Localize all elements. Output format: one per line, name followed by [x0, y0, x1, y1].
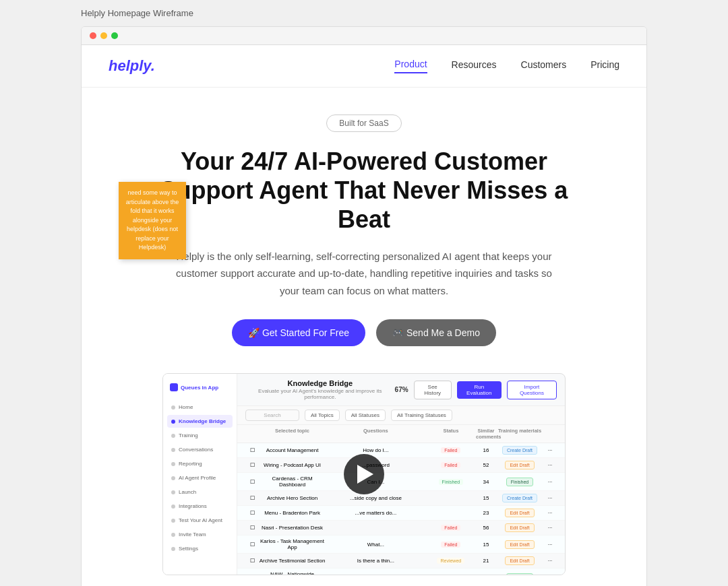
filter-topics[interactable]: All Topics	[305, 410, 340, 421]
row-question: How do I...	[326, 447, 426, 453]
row-more[interactable]: ···	[543, 525, 557, 531]
run-evaluation-button[interactable]: Run Evaluation	[457, 381, 502, 399]
progress-info: 67% See History Run Evaluation Import Qu…	[395, 381, 557, 399]
browser-close-btn[interactable]	[90, 32, 96, 39]
row-action[interactable]: Finished	[496, 478, 543, 486]
see-history-button[interactable]: See History	[414, 381, 452, 399]
row-more[interactable]: ···	[543, 510, 557, 516]
row-action[interactable]: Edit Draft	[496, 461, 543, 469]
send-demo-button[interactable]: 🎮 Send Me a Demo	[376, 319, 496, 346]
row-action[interactable]: Edit Draft	[496, 523, 543, 532]
sidebar-item-reporting[interactable]: Reporting	[167, 457, 233, 470]
get-started-button[interactable]: 🚀 Get Started For Free	[232, 319, 365, 346]
sticky-note-text: need some way to articulate above the fo…	[126, 189, 179, 251]
nav-link-product[interactable]: Product	[394, 59, 427, 73]
row-checkbox[interactable]: ☐	[245, 510, 259, 516]
row-more[interactable]: ···	[543, 479, 557, 485]
nav-link-customers[interactable]: Customers	[521, 59, 567, 73]
row-more[interactable]: ···	[543, 575, 557, 575]
nav-link-resources[interactable]: Resources	[452, 59, 497, 73]
row-question: ...side copy and close	[326, 495, 426, 501]
row-count: 16	[476, 447, 496, 453]
sidebar-label-settings: Settings	[179, 546, 198, 552]
browser-maximize-btn[interactable]	[111, 32, 118, 39]
row-checkbox[interactable]: ☐	[245, 525, 259, 531]
filter-statuses[interactable]: All Statuses	[345, 410, 386, 421]
row-topic: Menu - Bradenton Park	[259, 510, 326, 516]
progress-percentage: 67%	[395, 386, 408, 393]
sidebar-item-home[interactable]: Home	[167, 401, 233, 414]
row-count: 19	[476, 575, 496, 575]
sidebar-item-training[interactable]: Training	[167, 429, 233, 442]
row-topic: NAW - Nationwide Corporation	[259, 571, 326, 575]
settings-icon	[171, 547, 175, 551]
table-row: ☐ Cardenas - CRM Dashboard Can I... Fini…	[237, 473, 565, 491]
row-more[interactable]: ···	[543, 542, 557, 548]
app-header-subtitle: Evaluate your AI Agent's knowledge and i…	[245, 388, 395, 400]
nav-link-pricing[interactable]: Pricing	[590, 59, 619, 73]
ai-agent-icon	[171, 476, 175, 480]
launch-icon	[171, 490, 175, 494]
row-checkbox[interactable]: ☐	[245, 542, 259, 548]
row-action[interactable]: Finished	[496, 573, 543, 575]
sidebar-label-reporting: Reporting	[179, 461, 202, 467]
app-preview-video[interactable]: Queues in App Home Knowledge Bridge Trai…	[162, 373, 566, 575]
sidebar-logo-icon	[170, 383, 178, 391]
row-count: 21	[476, 558, 496, 564]
sidebar-item-test-ai[interactable]: Test Your AI Agent	[167, 514, 233, 527]
app-toolbar: Search All Topics All Statuses All Train…	[237, 406, 565, 425]
table-row: ☐ Nasri - Presentation Desk Failed 56 Ed…	[237, 521, 565, 535]
hero-section: Built for SaaS Your 24/7 AI-Powered Cust…	[82, 88, 646, 586]
row-more[interactable]: ···	[543, 462, 557, 468]
row-checkbox[interactable]: ☐	[245, 495, 259, 501]
row-question: How do I set up email notifications?	[326, 575, 426, 575]
site-logo: helply.	[109, 57, 155, 75]
row-more[interactable]: ···	[543, 558, 557, 564]
browser-minimize-btn[interactable]	[100, 32, 107, 39]
import-questions-button[interactable]: Import Questions	[507, 381, 557, 399]
sidebar-item-ai-agent[interactable]: AI Agent Profile	[167, 471, 233, 484]
row-checkbox[interactable]: ☐	[245, 462, 259, 468]
play-button[interactable]	[344, 454, 384, 494]
search-field[interactable]: Search	[245, 410, 299, 421]
row-question: ...ve matters do...	[326, 510, 426, 516]
row-action[interactable]: Edit Draft	[496, 509, 543, 517]
row-topic: Account Management	[259, 447, 326, 453]
sidebar-item-invite-team[interactable]: Invite Team	[167, 528, 233, 541]
sidebar-item-conversations[interactable]: Conversations	[167, 443, 233, 456]
col-header-count: Similar comments	[476, 428, 496, 440]
hero-title: Your 24/7 AI-Powered Customer Support Ag…	[135, 147, 593, 234]
row-more[interactable]: ···	[543, 447, 557, 453]
sidebar-item-launch[interactable]: Launch	[167, 486, 233, 498]
training-icon	[171, 434, 175, 438]
app-main-content: Knowledge Bridge Evaluate your AI Agent'…	[237, 374, 565, 575]
row-action[interactable]: Create Draft	[496, 446, 543, 455]
sidebar-label-integrations: Integrations	[179, 503, 207, 509]
filter-training[interactable]: All Training Statuses	[391, 410, 452, 421]
table-row: ☐ Wiring - Podcast App UI ...password Fa…	[237, 458, 565, 473]
col-header-question: Questions	[326, 428, 426, 440]
row-action[interactable]: Create Draft	[496, 494, 543, 502]
row-count: 34	[476, 479, 496, 485]
row-action[interactable]: Edit Draft	[496, 556, 543, 565]
row-checkbox[interactable]: ☐	[245, 447, 259, 453]
row-checkbox[interactable]: ☐	[245, 575, 259, 575]
sidebar-label-launch: Launch	[179, 489, 196, 495]
sidebar-item-integrations[interactable]: Integrations	[167, 500, 233, 513]
col-header-status: Status	[426, 428, 476, 440]
sidebar-item-settings[interactable]: Settings	[167, 542, 233, 555]
row-action[interactable]: Edit Draft	[496, 540, 543, 549]
app-sidebar: Queues in App Home Knowledge Bridge Trai…	[163, 374, 237, 575]
test-ai-icon	[171, 519, 175, 523]
app-main-header: Knowledge Bridge Evaluate your AI Agent'…	[237, 374, 565, 406]
row-count: 56	[476, 525, 496, 531]
row-more[interactable]: ···	[543, 495, 557, 501]
sidebar-item-knowledge-bridge[interactable]: Knowledge Bridge	[167, 415, 233, 428]
conversations-icon	[171, 448, 175, 452]
built-badge: Built for SaaS	[326, 115, 401, 132]
app-header-info: Knowledge Bridge Evaluate your AI Agent'…	[245, 379, 395, 400]
row-checkbox[interactable]: ☐	[245, 479, 259, 485]
row-checkbox[interactable]: ☐	[245, 558, 259, 564]
sidebar-label-ai-agent: AI Agent Profile	[179, 475, 216, 481]
app-table: Selected topic Questions Status Similar …	[237, 425, 565, 575]
